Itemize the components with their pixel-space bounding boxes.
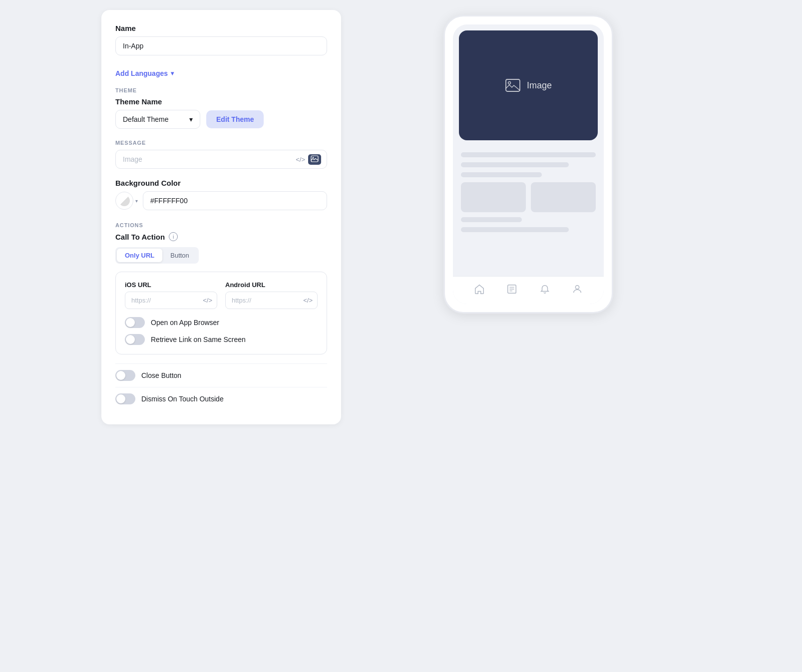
color-hex-input[interactable] xyxy=(143,191,327,210)
color-chevron-icon: ▾ xyxy=(135,198,138,204)
dismiss-touch-row: Dismiss On Touch Outside xyxy=(115,387,327,410)
open-app-browser-knob xyxy=(126,318,135,327)
open-app-browser-toggle[interactable] xyxy=(125,317,145,328)
content-col-2 xyxy=(531,182,596,212)
ios-code-icon: </> xyxy=(203,297,212,304)
content-line-3 xyxy=(461,172,542,177)
retrieve-link-row: Retrieve Link on Same Screen xyxy=(125,334,318,345)
close-button-row: Close Button xyxy=(115,363,327,387)
image-input-icons: </> xyxy=(296,154,321,165)
theme-section: THEME Theme Name Default Theme ▾ Edit Th… xyxy=(115,87,327,129)
right-panel: Image xyxy=(356,10,701,424)
image-input-wrap: </> xyxy=(115,150,327,169)
message-section-label: MESSAGE xyxy=(115,140,327,146)
theme-select-value: Default Theme xyxy=(123,115,169,123)
actions-section-label: ACTIONS xyxy=(115,222,327,228)
theme-select-button[interactable]: Default Theme ▾ xyxy=(115,110,200,129)
nav-list-icon[interactable] xyxy=(506,284,517,297)
image-placeholder: Image xyxy=(505,77,552,93)
edit-theme-button[interactable]: Edit Theme xyxy=(206,110,264,128)
main-layout: Name Add Languages ▾ THEME Theme Name De… xyxy=(101,10,701,424)
phone-image-icon xyxy=(505,77,521,93)
content-col-1 xyxy=(461,182,526,212)
close-button-label: Close Button xyxy=(141,371,181,379)
color-swatch-inner xyxy=(119,195,130,206)
retrieve-link-toggle[interactable] xyxy=(125,334,145,345)
cta-info-icon[interactable]: i xyxy=(169,232,178,241)
actions-section: ACTIONS Call To Action i Only URL Button… xyxy=(115,222,327,410)
ios-url-label: iOS URL xyxy=(125,281,217,289)
phone-mockup: Image xyxy=(443,15,613,314)
phone-content xyxy=(453,146,604,276)
code-icon[interactable]: </> xyxy=(296,156,305,163)
close-button-knob xyxy=(116,371,125,380)
content-line-2 xyxy=(461,162,569,167)
add-languages-button[interactable]: Add Languages ▾ xyxy=(115,69,174,77)
theme-section-label: THEME xyxy=(115,87,327,93)
cta-label-row: Call To Action i xyxy=(115,232,327,241)
open-app-browser-label: Open on App Browser xyxy=(151,319,219,327)
android-url-input-wrap: </> xyxy=(225,292,318,309)
open-app-browser-row: Open on App Browser xyxy=(125,317,318,328)
svg-rect-2 xyxy=(506,79,520,91)
url-card: iOS URL </> Android URL </> xyxy=(115,272,327,354)
dismiss-touch-label: Dismiss On Touch Outside xyxy=(141,395,224,403)
content-line-1 xyxy=(461,152,596,157)
theme-name-label: Theme Name xyxy=(115,97,327,106)
nav-user-icon[interactable] xyxy=(572,284,583,297)
tab-button[interactable]: Button xyxy=(162,249,197,262)
phone-nav xyxy=(453,276,604,304)
cta-toggle-tabs: Only URL Button xyxy=(115,247,199,264)
color-swatch-button[interactable] xyxy=(115,192,133,210)
android-url-label: Android URL xyxy=(225,281,318,289)
name-input[interactable] xyxy=(115,36,327,55)
name-label: Name xyxy=(115,24,327,32)
ios-url-input-wrap: </> xyxy=(125,292,217,309)
retrieve-link-label: Retrieve Link on Same Screen xyxy=(151,336,246,343)
phone-image-label: Image xyxy=(527,80,552,91)
dismiss-touch-knob xyxy=(116,394,125,403)
svg-point-3 xyxy=(508,82,510,84)
image-upload-icon[interactable] xyxy=(308,154,321,165)
svg-point-1 xyxy=(313,157,314,158)
url-row: iOS URL </> Android URL </> xyxy=(125,281,318,309)
retrieve-link-knob xyxy=(126,335,135,344)
theme-select-chevron-icon: ▾ xyxy=(189,115,193,123)
phone-screen: Image xyxy=(453,24,604,304)
theme-row: Default Theme ▾ Edit Theme xyxy=(115,110,327,129)
add-languages-label: Add Languages xyxy=(115,69,168,77)
bg-color-label: Background Color xyxy=(115,179,327,187)
svg-rect-0 xyxy=(311,156,318,162)
left-panel: Name Add Languages ▾ THEME Theme Name De… xyxy=(101,10,341,424)
svg-point-8 xyxy=(576,286,579,289)
ios-url-field: iOS URL </> xyxy=(125,281,217,309)
nav-bell-icon[interactable] xyxy=(539,284,550,297)
nav-home-icon[interactable] xyxy=(474,284,485,297)
bg-color-section: Background Color ▾ xyxy=(115,179,327,210)
tab-only-url[interactable]: Only URL xyxy=(117,249,162,262)
add-languages-chevron-icon: ▾ xyxy=(171,70,174,77)
dismiss-touch-toggle[interactable] xyxy=(115,393,135,404)
close-button-toggle[interactable] xyxy=(115,370,135,381)
color-row: ▾ xyxy=(115,191,327,210)
content-line-4 xyxy=(461,217,522,222)
phone-image-area: Image xyxy=(459,30,598,140)
android-url-field: Android URL </> xyxy=(225,281,318,309)
content-cols xyxy=(461,182,596,212)
content-line-5 xyxy=(461,227,569,232)
cta-field-label: Call To Action xyxy=(115,233,165,241)
android-code-icon: </> xyxy=(303,297,313,304)
message-section: MESSAGE </> xyxy=(115,140,327,169)
